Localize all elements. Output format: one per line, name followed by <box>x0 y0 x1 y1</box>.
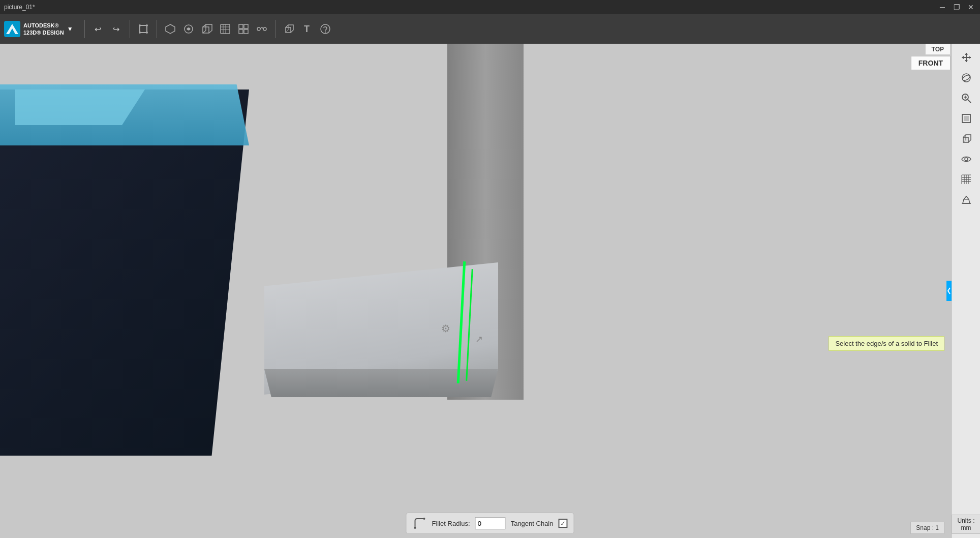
svg-point-22 <box>263 27 266 31</box>
svg-rect-3 <box>140 25 147 33</box>
svg-rect-41 <box>964 116 969 121</box>
box-button[interactable] <box>199 21 215 37</box>
orbit-icon <box>961 72 972 83</box>
fillet-radius-label: Fillet Radius: <box>432 520 470 527</box>
view-cube-right-button[interactable] <box>957 129 976 148</box>
svg-marker-31 <box>965 60 968 62</box>
svg-rect-18 <box>244 24 248 28</box>
svg-point-5 <box>146 24 148 26</box>
view-label-top: TOP <box>925 44 951 55</box>
tangent-chain-label: Tangent Chain <box>511 520 554 527</box>
view-cube-tool-button[interactable] <box>281 21 297 37</box>
undo-button[interactable]: ↩ <box>90 21 106 37</box>
app-dropdown-arrow[interactable]: ▼ <box>67 25 73 33</box>
window-title: picture_01* <box>4 4 35 11</box>
units-status[interactable]: Units : mm <box>952 515 980 534</box>
svg-line-37 <box>968 100 971 103</box>
toolbar-separator-4 <box>275 20 275 38</box>
toolbar-separator-3 <box>157 20 157 38</box>
svg-point-4 <box>139 24 141 26</box>
fillet-icon-svg <box>413 517 426 530</box>
grid-tool-button[interactable] <box>235 21 252 37</box>
pattern-icon <box>256 23 267 35</box>
main-toolbar: AUTODESK® 123D® DESIGN ▼ ↩ ↪ <box>0 14 980 44</box>
svg-point-27 <box>324 32 325 33</box>
toolbar-separator-1 <box>84 20 85 38</box>
svg-point-7 <box>146 32 148 34</box>
cursor-arrow-3d: ↗ <box>475 334 483 345</box>
right-panel <box>952 44 980 538</box>
zoom-button[interactable] <box>957 88 976 108</box>
pan-button[interactable] <box>957 48 976 67</box>
expand-panel-tab[interactable] <box>946 281 952 301</box>
svg-rect-19 <box>239 29 243 34</box>
grid-display-icon <box>961 174 972 185</box>
fillet-tooltip: Select the edge/s of a solid to Fillet <box>829 336 944 351</box>
fillet-tool-icon <box>413 516 427 530</box>
app-logo: AUTODESK® 123D® DESIGN ▼ <box>4 21 73 37</box>
window-controls: ─ ❐ ✕ <box>937 3 976 11</box>
box-icon <box>201 23 212 35</box>
view-cube-right-icon <box>961 133 972 144</box>
svg-point-6 <box>139 32 141 34</box>
text-button[interactable]: T <box>299 21 315 37</box>
appearance-icon <box>961 194 972 205</box>
zoom-icon <box>961 93 972 104</box>
svg-rect-12 <box>221 24 230 34</box>
help-button[interactable] <box>317 21 333 37</box>
svg-marker-32 <box>962 56 964 59</box>
svg-point-45 <box>965 158 968 161</box>
close-button[interactable]: ✕ <box>966 3 976 11</box>
redo-button[interactable]: ↪ <box>108 21 125 37</box>
gear-icon-3d: ⚙ <box>441 322 450 335</box>
fit-all-button[interactable] <box>957 109 976 128</box>
appearance-button[interactable] <box>957 190 976 210</box>
help-icon <box>320 23 331 35</box>
toolbar-separator-2 <box>130 20 130 38</box>
autodesk-logo-icon <box>4 21 20 37</box>
titlebar: picture_01* ─ ❐ ✕ <box>0 0 980 14</box>
tangent-chain-checkbox[interactable] <box>558 519 567 528</box>
visibility-button[interactable] <box>957 150 976 169</box>
svg-rect-17 <box>239 24 243 28</box>
svg-marker-30 <box>965 53 968 55</box>
pattern-button[interactable] <box>254 21 270 37</box>
fillet-toolbar: Fillet Radius: Tangent Chain <box>406 513 574 534</box>
primitive-icon-button[interactable] <box>162 21 178 37</box>
grid-display-button[interactable] <box>957 170 976 189</box>
modify-icon <box>183 23 194 35</box>
3d-scene: ⚙ ↗ TOP FRONT <box>0 44 980 538</box>
svg-marker-33 <box>969 56 971 59</box>
sketch-icon <box>220 23 231 35</box>
pan-icon <box>961 52 972 63</box>
orbit-button[interactable] <box>957 68 976 87</box>
view-label-front: FRONT <box>911 56 951 70</box>
fit-all-icon <box>961 113 972 124</box>
view-cube-tool-icon <box>283 23 294 35</box>
svg-point-57 <box>423 518 425 520</box>
svg-point-56 <box>414 527 416 529</box>
eye-icon <box>961 154 972 165</box>
transform-icon <box>138 23 149 35</box>
minimize-button[interactable]: ─ <box>937 3 947 11</box>
restore-button[interactable]: ❐ <box>952 3 962 11</box>
fillet-radius-input[interactable] <box>475 517 506 529</box>
snap-status[interactable]: Snap : 1 <box>910 522 944 534</box>
svg-rect-20 <box>244 29 248 34</box>
viewport: ⚙ ↗ TOP FRONT <box>0 44 980 538</box>
sketch-button[interactable] <box>217 21 233 37</box>
transform-button[interactable] <box>135 21 151 37</box>
svg-point-21 <box>257 27 260 31</box>
tooltip-text: Select the edge/s of a solid to Fillet <box>835 340 938 347</box>
modify-button[interactable] <box>180 21 197 37</box>
app-name: AUTODESK® 123D® DESIGN <box>23 22 64 37</box>
expand-chevron-icon <box>947 287 951 295</box>
primitive-icon <box>165 23 176 35</box>
gray-floor-side <box>264 369 498 397</box>
grid-tool-icon <box>238 23 249 35</box>
